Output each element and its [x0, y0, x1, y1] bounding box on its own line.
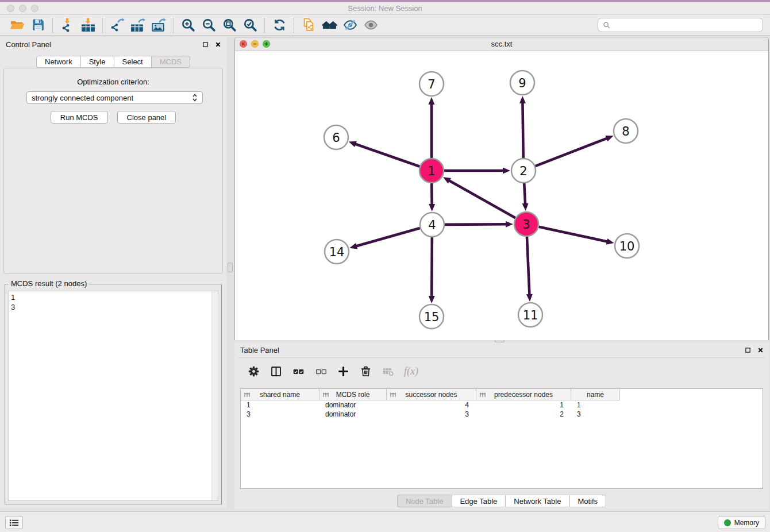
- function-builder-button[interactable]: f(x): [402, 363, 418, 380]
- table-row[interactable]: 3dominator323: [241, 410, 763, 419]
- graph-edge-2-3[interactable]: [522, 183, 529, 211]
- apply-layout-button[interactable]: [269, 16, 290, 34]
- graph-edge-1-4[interactable]: [429, 183, 435, 211]
- task-history-button[interactable]: [5, 516, 23, 529]
- hide-selected-button[interactable]: [340, 16, 360, 34]
- graph-edge-4-14[interactable]: [349, 228, 420, 249]
- export-image-button[interactable]: [148, 16, 169, 34]
- zoom-out-button[interactable]: [198, 16, 219, 34]
- table-cell[interactable]: dominator: [319, 400, 387, 410]
- save-floppy-icon: [30, 18, 46, 32]
- result-scrollbar[interactable]: [211, 291, 218, 500]
- column-header-name[interactable]: name: [571, 389, 619, 400]
- import-network-button[interactable]: [57, 16, 78, 34]
- zoom-fit-button[interactable]: [219, 16, 240, 34]
- graph-node-3[interactable]: 3: [514, 212, 538, 236]
- graph-edge-2-9[interactable]: [519, 96, 526, 158]
- network-window-titlebar[interactable]: scc.txt: [235, 37, 768, 51]
- graph-node-11[interactable]: 11: [518, 303, 542, 327]
- table-settings-button[interactable]: [245, 363, 262, 380]
- table-cell[interactable]: 3: [571, 410, 619, 419]
- graph-edge-3-11[interactable]: [526, 237, 533, 302]
- close-table-panel-icon[interactable]: [756, 346, 764, 354]
- import-table-button[interactable]: [78, 16, 98, 34]
- table-cell[interactable]: dominator: [319, 410, 387, 419]
- graph-node-15[interactable]: 15: [419, 304, 444, 329]
- table-cell[interactable]: 1: [476, 400, 571, 410]
- table-cell[interactable]: 4: [387, 400, 476, 410]
- network-canvas[interactable]: 7968124314101511: [235, 51, 768, 340]
- table-cell[interactable]: 1: [241, 400, 319, 410]
- delete-table-button[interactable]: [379, 363, 396, 380]
- close-panel-icon[interactable]: [214, 40, 222, 48]
- graph-node-6[interactable]: 6: [324, 125, 348, 149]
- memory-button[interactable]: Memory: [718, 516, 765, 529]
- tab-edge-table[interactable]: Edge Table: [451, 495, 505, 507]
- graph-node-8[interactable]: 8: [614, 119, 638, 143]
- graph-node-1[interactable]: 1: [419, 159, 444, 183]
- zoom-in-button[interactable]: [178, 16, 198, 34]
- graph-edge-2-8[interactable]: [536, 136, 614, 166]
- criterion-dropdown[interactable]: strongly connected component: [26, 91, 203, 104]
- float-panel-icon[interactable]: [201, 40, 209, 48]
- table-panel-title: Table Panel: [240, 346, 279, 354]
- graph-node-14[interactable]: 14: [325, 240, 349, 264]
- select-all-rows-button[interactable]: [290, 363, 307, 380]
- tab-select[interactable]: Select: [114, 56, 151, 68]
- tab-mcds[interactable]: MCDS: [151, 56, 190, 68]
- search-input[interactable]: [614, 20, 758, 31]
- new-network-from-selection-button[interactable]: [298, 16, 319, 34]
- save-session-button[interactable]: [28, 16, 48, 34]
- close-panel-button[interactable]: Close panel: [117, 111, 176, 124]
- graph-edge-4-15[interactable]: [429, 237, 435, 303]
- tab-network-table[interactable]: Network Table: [505, 495, 569, 507]
- vertical-splitter-handle[interactable]: [228, 263, 233, 272]
- table-cell[interactable]: 2: [476, 410, 571, 419]
- tab-network[interactable]: Network: [36, 56, 80, 68]
- graph-edge-1-7[interactable]: [429, 97, 435, 158]
- import-network-icon: [60, 18, 75, 32]
- graph-node-7[interactable]: 7: [419, 72, 444, 96]
- control-panel-tabs: Network Style Select MCDS: [36, 56, 190, 68]
- open-session-button[interactable]: [7, 16, 28, 34]
- tab-motifs[interactable]: Motifs: [569, 495, 606, 507]
- network-view-window: scc.txt 7968124314101511: [234, 37, 769, 340]
- toolbar-separator: [102, 18, 103, 33]
- show-all-button[interactable]: [360, 16, 381, 34]
- add-column-button[interactable]: [334, 363, 352, 380]
- table-row[interactable]: 1dominator411: [241, 400, 763, 410]
- column-header-predecessor-nodes[interactable]: predecessor nodes: [476, 389, 571, 400]
- first-neighbors-button[interactable]: [319, 16, 340, 34]
- mcds-result-text[interactable]: 1 3: [8, 291, 218, 501]
- graph-node-10[interactable]: 10: [615, 234, 639, 258]
- show-columns-button[interactable]: [267, 363, 284, 380]
- graph-node-9[interactable]: 9: [510, 71, 534, 95]
- run-mcds-button[interactable]: Run MCDS: [51, 111, 108, 124]
- graph-edge-1-2[interactable]: [444, 168, 510, 174]
- table-cell[interactable]: 3: [241, 410, 319, 419]
- table-cell[interactable]: 1: [571, 400, 619, 410]
- eye-icon: [363, 18, 379, 32]
- graph-edge-3-1[interactable]: [443, 177, 515, 218]
- delete-columns-button[interactable]: [357, 363, 374, 380]
- graph-edge-4-3[interactable]: [445, 221, 513, 228]
- export-network-button[interactable]: [107, 16, 128, 34]
- column-header-mcds-role[interactable]: MCDS role: [319, 389, 387, 400]
- graph-node-4[interactable]: 4: [420, 213, 444, 237]
- export-table-button[interactable]: [128, 16, 148, 34]
- graph-node-2[interactable]: 2: [511, 159, 536, 183]
- tab-node-table[interactable]: Node Table: [397, 495, 452, 507]
- table-toolbar: f(x): [238, 357, 765, 385]
- float-table-panel-icon[interactable]: [744, 346, 752, 354]
- tab-style[interactable]: Style: [80, 56, 114, 68]
- column-header-successor-nodes[interactable]: successor nodes: [387, 389, 476, 400]
- deselect-all-rows-button[interactable]: [312, 363, 329, 380]
- column-type-icon: [479, 391, 486, 398]
- zoom-selected-button[interactable]: [240, 16, 260, 34]
- graph-edge-3-10[interactable]: [538, 227, 614, 245]
- network-graph: 7968124314101511: [235, 51, 768, 340]
- svg-text:15: 15: [424, 310, 440, 324]
- table-cell[interactable]: 3: [387, 410, 476, 419]
- column-header-shared-name[interactable]: shared name: [241, 389, 319, 400]
- graph-edge-1-6[interactable]: [349, 141, 420, 167]
